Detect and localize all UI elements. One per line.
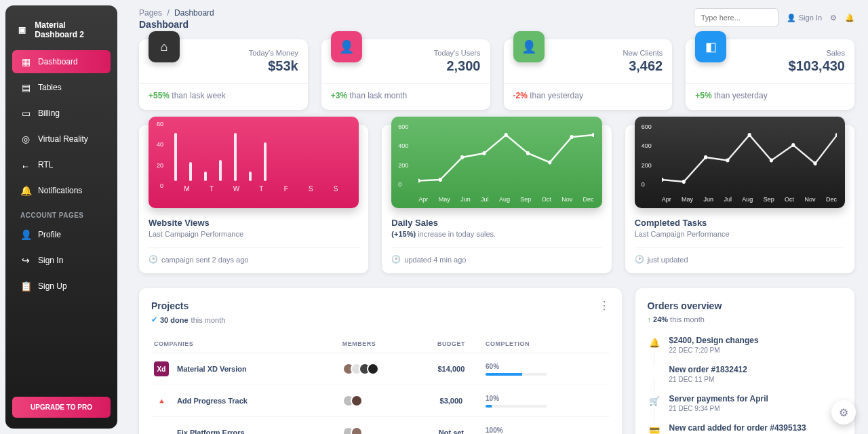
budget: Not set (420, 417, 483, 435)
line-chart-sales: 6004002000 AprMayJunJulAugSepOctNovDec (391, 117, 601, 208)
svg-point-11 (704, 155, 707, 159)
bar (204, 172, 207, 181)
upgrade-button[interactable]: UPGRADE TO PRO (12, 397, 111, 418)
stat-label: Today's Money (249, 49, 298, 57)
chart-title: Completed Tasks (635, 218, 845, 228)
chart-card-tasks: 6004002000 AprMayJunJulAugSepOctNovDec C… (625, 125, 854, 273)
table-row[interactable]: ⬢Fix Platform ErrorsNot set100% (151, 417, 610, 435)
timeline-item: 🛒Server payments for April21 DEC 9:34 PM (648, 394, 842, 412)
chart-footer: campaign sent 2 days ago (161, 256, 248, 264)
sidebar-item-notifications[interactable]: 🔔Notifications (12, 179, 111, 202)
table-row[interactable]: XdMaterial XD Version$14,00060% (151, 353, 610, 385)
sidebar-item-sign-up[interactable]: 📋Sign Up (12, 275, 111, 298)
svg-point-4 (505, 133, 508, 137)
bar (234, 133, 237, 181)
stat-change: +55% (149, 91, 170, 100)
breadcrumb-root[interactable]: Pages (139, 8, 162, 18)
timeline-title: New order #1832412 (669, 365, 747, 374)
logo-icon: ▣ (15, 22, 29, 38)
check-icon: ✔ (151, 315, 157, 324)
orders-title: Orders overview (648, 300, 842, 311)
sidebar-item-sign-in[interactable]: ↪Sign In (12, 249, 111, 272)
timeline-item: 💳New card added for order #439513320 DEC… (648, 423, 842, 434)
bar (174, 133, 177, 181)
col-header: MEMBERS (340, 335, 420, 353)
stat-change: +3% (331, 91, 347, 100)
svg-point-7 (570, 135, 574, 139)
company-name: Add Progress Track (177, 397, 248, 405)
completion-pct: 60% (486, 363, 547, 370)
sidebar-item-tables[interactable]: ▤Tables (12, 76, 111, 99)
bar-chart: 6040200 MTWTFSS (149, 117, 359, 208)
chart-subtitle: Last Campaign Performance (149, 230, 359, 238)
table-row[interactable]: 🔺Add Progress Track$3,00010% (151, 385, 610, 417)
timeline-item: 🔔$2400, Design changes22 DEC 7:20 PM (648, 336, 842, 354)
sidebar-item-billing[interactable]: ▭Billing (12, 102, 111, 125)
sidebar-item-label: Profile (38, 230, 61, 239)
dashboard-icon: ▦ (20, 56, 31, 67)
svg-point-6 (548, 161, 551, 165)
bar (264, 142, 267, 181)
col-header: BUDGET (420, 335, 483, 353)
search-input[interactable] (694, 8, 778, 27)
tables-icon: ▤ (20, 82, 31, 93)
chart-subtitle: (+15%) increase in today sales. (391, 230, 601, 238)
sidebar-section-label: ACCOUNT PAGES (12, 205, 111, 223)
clock-icon: 🕑 (149, 255, 158, 264)
completion-pct: 100% (486, 427, 547, 434)
stat-icon: ◧ (695, 31, 726, 62)
chart-card-views: 6040200 MTWTFSS Website Views Last Campa… (139, 125, 368, 273)
bar (249, 172, 252, 181)
col-header: COMPANIES (151, 335, 340, 353)
line-chart-tasks: 6004002000 AprMayJunJulAugSepOctNovDec (635, 117, 845, 208)
chart-footer: updated 4 min ago (404, 256, 466, 264)
members (342, 427, 417, 434)
stat-icon: ⌂ (149, 31, 180, 62)
stat-value: $103,430 (789, 58, 845, 74)
timeline-date: 22 DEC 7:20 PM (669, 347, 759, 354)
stat-icon: 👤 (331, 31, 362, 62)
chart-title: Website Views (149, 218, 359, 228)
signin-link[interactable]: 👤Sign In (787, 14, 822, 22)
sidebar-item-label: Tables (38, 83, 62, 92)
breadcrumb-current: Dashboard (174, 8, 214, 18)
timeline-icon: 💳 (648, 423, 661, 434)
completion-pct: 10% (486, 395, 547, 402)
chart-title: Daily Sales (391, 218, 601, 228)
sidebar-item-label: Dashboard (38, 57, 78, 66)
sidebar-item-profile[interactable]: 👤Profile (12, 223, 111, 246)
svg-point-0 (418, 179, 420, 183)
sidebar-item-label: Sign In (38, 256, 63, 265)
svg-point-2 (460, 155, 464, 159)
main: Pages / Dashboard Dashboard 👤Sign In ⚙ 🔔… (125, 0, 868, 434)
timeline-date: 21 DEC 11 PM (669, 376, 747, 383)
stat-label: Today's Users (434, 49, 481, 57)
settings-icon[interactable]: ⚙ (830, 14, 837, 22)
stat-card: ◧Sales$103,430+5% than yesterday (686, 39, 854, 110)
stat-card: 👤New Clients3,462-2% than yesterday (504, 39, 673, 110)
bar (189, 162, 192, 181)
stat-change: +5% (695, 91, 711, 100)
orders-subtitle: ↑ 24% this month (648, 315, 842, 323)
timeline-title: $2400, Design changes (669, 336, 759, 345)
stat-label: Sales (789, 49, 845, 57)
svg-point-13 (747, 133, 751, 137)
notifications-icon: 🔔 (20, 185, 31, 196)
arrow-up-icon: ↑ (648, 315, 652, 323)
sidebar-item-virtual-reality[interactable]: ◎Virtual Reality (12, 127, 111, 151)
svg-point-10 (682, 180, 685, 184)
projects-card: Projects ✔ 30 done this month ⋮ COMPANIE… (139, 288, 622, 434)
company-icon: ⬢ (154, 425, 169, 434)
sidebar-item-rtl[interactable]: 𐎚RTL (12, 153, 111, 176)
col-header: COMPLETION (483, 335, 610, 353)
stat-card: 👤Today's Users2,300+3% than lask month (321, 39, 490, 110)
timeline-icon: 🔔 (648, 336, 661, 349)
settings-fab[interactable]: ⚙ (831, 400, 856, 425)
sidebar-item-label: Virtual Reality (38, 134, 88, 144)
brand-title: Material Dashboard 2 (35, 20, 108, 39)
more-icon[interactable]: ⋮ (599, 300, 610, 311)
bell-icon[interactable]: 🔔 (845, 14, 854, 22)
budget: $3,000 (420, 385, 483, 417)
members (342, 395, 417, 407)
sidebar-item-dashboard[interactable]: ▦Dashboard (12, 50, 111, 73)
